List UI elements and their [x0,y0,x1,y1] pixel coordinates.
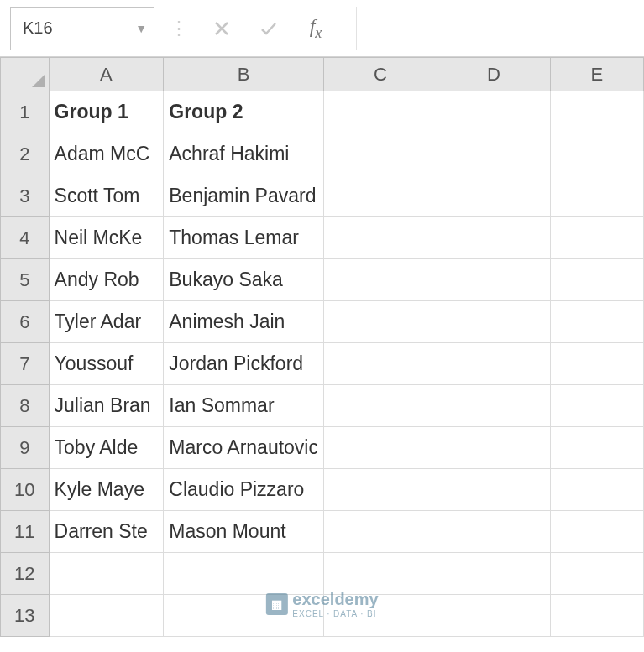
cell-E8[interactable] [550,385,643,427]
cell-B1[interactable]: Group 2 [164,91,324,133]
cell-D4[interactable] [437,217,550,259]
cell-D8[interactable] [437,385,550,427]
cell-B9[interactable]: Marco Arnautovic [164,427,324,469]
row-header-8[interactable]: 8 [1,385,50,427]
row-header-1[interactable]: 1 [1,91,50,133]
divider [356,7,357,50]
cell-C11[interactable] [323,511,437,553]
cell-E12[interactable] [550,553,643,595]
cell-D3[interactable] [437,175,550,217]
cell-A7[interactable]: Youssouf [49,343,164,385]
row-header-10[interactable]: 10 [1,469,50,511]
cell-B12[interactable] [164,553,324,595]
cell-D9[interactable] [437,427,550,469]
cell-A4[interactable]: Neil McKe [49,217,164,259]
cell-E7[interactable] [550,343,643,385]
cell-B7[interactable]: Jordan Pickford [164,343,324,385]
cell-C2[interactable] [323,133,437,175]
cancel-button [198,7,245,50]
cell-D1[interactable] [437,91,550,133]
cell-E5[interactable] [550,259,643,301]
cell-D10[interactable] [437,469,550,511]
cell-C7[interactable] [323,343,437,385]
cell-A6[interactable]: Tyler Adar [49,301,164,343]
cell-B13[interactable] [164,595,324,637]
cell-E2[interactable] [550,133,643,175]
row-header-13[interactable]: 13 [1,595,50,637]
cell-C3[interactable] [323,175,437,217]
cell-D5[interactable] [437,259,550,301]
cell-B11[interactable]: Mason Mount [164,511,324,553]
row-header-2[interactable]: 2 [1,133,50,175]
cell-B2[interactable]: Achraf Hakimi [164,133,324,175]
cell-C1[interactable] [323,91,437,133]
cell-D11[interactable] [437,511,550,553]
close-icon [212,18,232,39]
check-icon [259,18,279,39]
column-header-B[interactable]: B [164,58,324,91]
formula-bar: K16 ▼ ⋮ fx [0,0,644,57]
cell-D13[interactable] [437,595,550,637]
cell-A12[interactable] [49,553,164,595]
cell-B4[interactable]: Thomas Lemar [164,217,324,259]
cell-E4[interactable] [550,217,643,259]
cell-E11[interactable] [550,511,643,553]
column-header-A[interactable]: A [49,58,164,91]
row-header-9[interactable]: 9 [1,427,50,469]
cell-A9[interactable]: Toby Alde [49,427,164,469]
cell-E3[interactable] [550,175,643,217]
cell-C10[interactable] [323,469,437,511]
cell-D6[interactable] [437,301,550,343]
cell-C13[interactable] [323,595,437,637]
cell-B6[interactable]: Animesh Jain [164,301,324,343]
cell-B3[interactable]: Benjamin Pavard [164,175,324,217]
cell-C4[interactable] [323,217,437,259]
cell-A2[interactable]: Adam McC [49,133,164,175]
cell-D7[interactable] [437,343,550,385]
cell-B8[interactable]: Ian Sommar [164,385,324,427]
cell-D2[interactable] [437,133,550,175]
fx-icon: fx [310,15,322,42]
cell-A13[interactable] [49,595,164,637]
select-all-corner[interactable] [1,58,50,91]
row-header-3[interactable]: 3 [1,175,50,217]
cell-E10[interactable] [550,469,643,511]
column-header-E[interactable]: E [550,58,643,91]
name-box-value: K16 [23,18,53,38]
cell-E1[interactable] [550,91,643,133]
cell-C6[interactable] [323,301,437,343]
cell-E13[interactable] [550,595,643,637]
spreadsheet-grid[interactable]: A B C D E 1 Group 1 Group 2 2 Adam McC A… [0,57,644,637]
cell-D12[interactable] [437,553,550,595]
cell-C5[interactable] [323,259,437,301]
row-header-7[interactable]: 7 [1,343,50,385]
cell-B10[interactable]: Claudio Pizzaro [164,469,324,511]
cell-A5[interactable]: Andy Rob [49,259,164,301]
cell-A1[interactable]: Group 1 [49,91,164,133]
dots-icon: ⋮ [170,18,186,39]
cell-C12[interactable] [323,553,437,595]
row-header-6[interactable]: 6 [1,301,50,343]
cell-C8[interactable] [323,385,437,427]
name-box[interactable]: K16 ▼ [10,7,154,50]
enter-button [245,7,292,50]
cell-A10[interactable]: Kyle Maye [49,469,164,511]
cell-C9[interactable] [323,427,437,469]
row-header-4[interactable]: 4 [1,217,50,259]
insert-function-button[interactable]: fx [292,7,339,50]
formula-input[interactable] [364,7,644,50]
chevron-down-icon[interactable]: ▼ [135,22,147,35]
cell-B5[interactable]: Bukayo Saka [164,259,324,301]
row-header-5[interactable]: 5 [1,259,50,301]
column-header-C[interactable]: C [323,58,437,91]
row-header-11[interactable]: 11 [1,511,50,553]
cell-E9[interactable] [550,427,643,469]
cell-A3[interactable]: Scott Tom [49,175,164,217]
cell-E6[interactable] [550,301,643,343]
cell-A11[interactable]: Darren Ste [49,511,164,553]
cell-A8[interactable]: Julian Bran [49,385,164,427]
column-header-D[interactable]: D [437,58,550,91]
row-header-12[interactable]: 12 [1,553,50,595]
